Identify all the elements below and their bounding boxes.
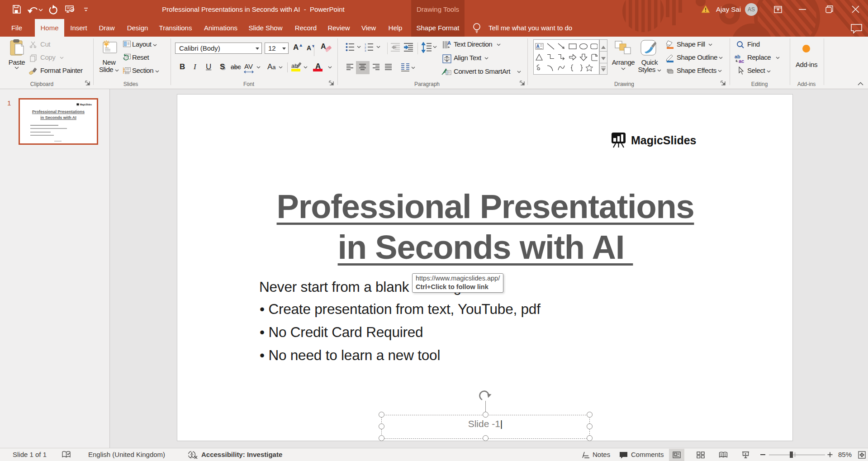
svg-text:ac: ac <box>739 58 744 63</box>
svg-text:A: A <box>536 44 540 49</box>
svg-text:A: A <box>447 40 451 46</box>
svg-text:1: 1 <box>365 43 366 46</box>
svg-text:3: 3 <box>365 49 366 52</box>
svg-text:2: 2 <box>365 46 366 49</box>
